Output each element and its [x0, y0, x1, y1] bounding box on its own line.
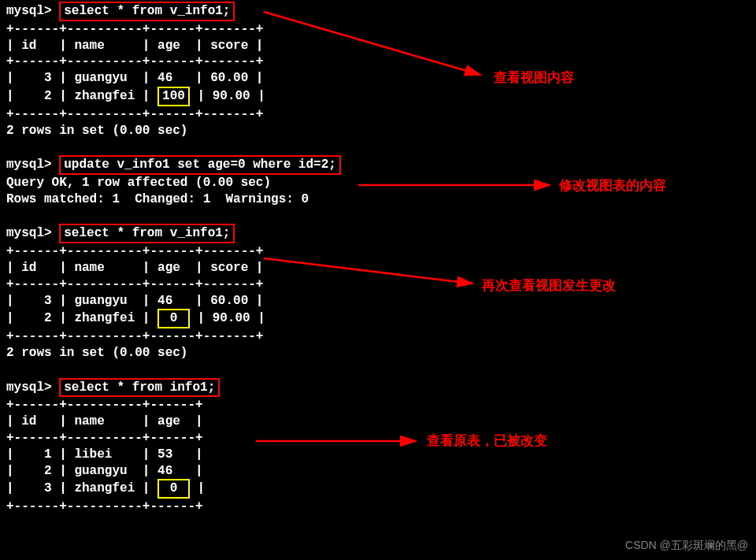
table3-row1: | 3 | guangyu | 46 | 60.00 |	[6, 293, 750, 310]
table1-sep-mid: +------+----------+------+-------+	[6, 54, 750, 70]
table4-row3: | 3 | zhangfei | 0 |	[6, 479, 750, 499]
table4-row2: | 2 | guangyu | 46 |	[6, 463, 750, 480]
mysql-prompt: mysql>	[6, 380, 52, 395]
table4-sep-top: +------+----------+------+	[6, 397, 750, 414]
mysql-prompt: mysql>	[6, 4, 52, 18]
cmd-line-2: mysql> update v_info1 set age=0 where id…	[6, 155, 750, 175]
annotation-2: 修改视图表的内容	[559, 177, 666, 195]
sql-command-4: select * from info1;	[59, 378, 220, 398]
table1-sep-top: +------+----------+------+-------+	[6, 21, 750, 38]
blank	[6, 362, 750, 378]
table3-row2: | 2 | zhangfei | 0 | 90.00 |	[6, 309, 750, 328]
table4-header: | id | name | age |	[6, 414, 750, 430]
table3-sep-top: +------+----------+------+-------+	[6, 243, 750, 260]
table1-sep-bot: +------+----------+------+-------+	[6, 106, 750, 123]
cmd-line-1: mysql> select * from v_info1;	[6, 2, 750, 21]
table3-header: | id | name | age | score |	[6, 260, 750, 276]
cmd-line-4: mysql> select * from info1;	[6, 378, 750, 398]
sql-command-1: select * from v_info1;	[59, 2, 235, 21]
mysql-prompt: mysql>	[6, 158, 52, 172]
mysql-prompt: mysql>	[6, 226, 52, 240]
blank	[6, 208, 750, 224]
highlighted-age-100: 100	[158, 87, 190, 106]
result3: 2 rows in set (0.00 sec)	[6, 345, 750, 362]
watermark: CSDN @五彩斑斓的黑@	[625, 538, 748, 552]
annotation-1: 查看视图内容	[494, 69, 574, 87]
sql-command-2: update v_info1 set age=0 where id=2;	[59, 155, 341, 175]
table4-row1: | 1 | libei | 53 |	[6, 447, 750, 463]
cmd-line-3: mysql> select * from v_info1;	[6, 224, 750, 243]
table4-sep-mid: +------+----------+------+	[6, 430, 750, 447]
result1: 2 rows in set (0.00 sec)	[6, 123, 750, 139]
blank	[6, 139, 750, 155]
table4-sep-bot: +------+----------+------+	[6, 499, 750, 515]
table1-header: | id | name | age | score |	[6, 38, 750, 54]
table3-sep-bot: +------+----------+------+-------+	[6, 328, 750, 345]
table1-row1: | 3 | guangyu | 46 | 60.00 |	[6, 70, 750, 87]
table3-sep-mid: +------+----------+------+-------+	[6, 276, 750, 293]
highlighted-age-0: 0	[158, 309, 190, 328]
annotation-4: 查看原表，已被改变	[427, 432, 547, 450]
annotation-3: 再次查看视图发生更改	[482, 277, 616, 295]
sql-command-3: select * from v_info1;	[59, 224, 235, 243]
table1-row2: | 2 | zhangfei | 100 | 90.00 |	[6, 87, 750, 106]
highlighted-age-0-b: 0	[158, 479, 190, 499]
